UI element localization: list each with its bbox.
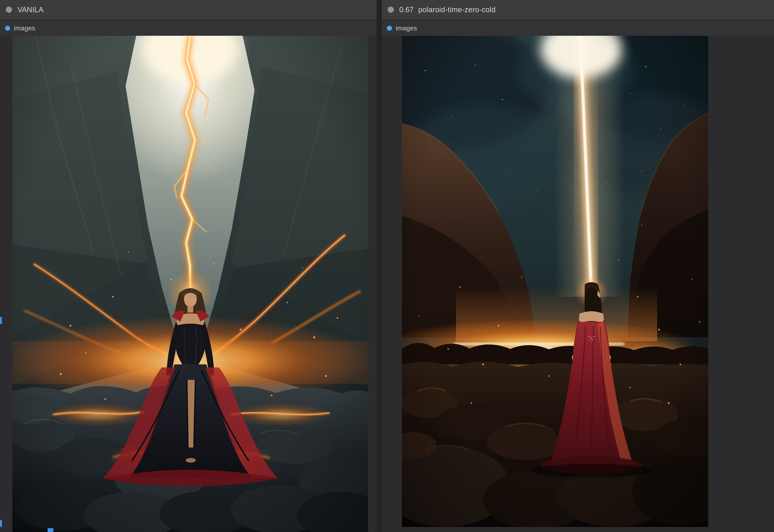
images-section-label: images [396,24,417,32]
images-section-label: images [14,24,35,32]
comparison-viewer: VANILA images [0,0,774,532]
blue-dot-icon [5,26,10,31]
gray-circle-icon [388,7,394,13]
panel-title: VANILA [17,6,44,14]
selection-handle[interactable] [48,528,53,532]
vignette-overlay [12,36,368,532]
panel-polaroid-time-zero-cold: 0.67 polaroid-time-zero-cold images [382,0,774,532]
vignette-overlay [402,36,708,527]
vanila-artwork [12,36,368,532]
panel-vanila: VANILA images [0,0,376,532]
panel-score: 0.67 [399,6,414,14]
left-edge-marker [0,317,2,324]
panel-titlebar[interactable]: 0.67 polaroid-time-zero-cold [382,0,774,20]
polaroid-artwork [402,36,708,527]
images-sectionbar[interactable]: images [382,20,774,36]
images-sectionbar[interactable]: images [0,20,376,36]
panel-title: polaroid-time-zero-cold [418,6,496,14]
panel-titlebar[interactable]: VANILA [0,0,376,20]
panel-divider[interactable] [376,0,382,532]
gray-circle-icon [6,7,12,13]
generated-image-polaroid[interactable] [402,36,708,527]
blue-dot-icon [387,26,392,31]
left-edge-marker [0,520,2,527]
generated-image-vanila[interactable] [12,36,368,532]
